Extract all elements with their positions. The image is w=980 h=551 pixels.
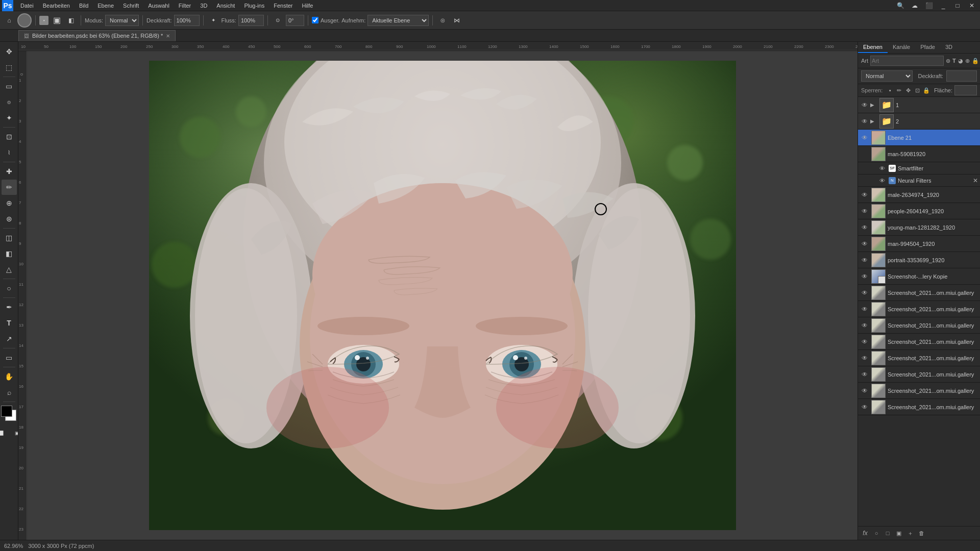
menu-ansicht[interactable]: Ansicht — [212, 2, 239, 10]
search-icon[interactable]: 🔍 — [894, 0, 906, 12]
opacity-input[interactable]: 100% — [946, 70, 977, 82]
lock-artboard-btn[interactable]: ⊡ — [914, 85, 921, 95]
path-select-tool[interactable]: ↗ — [2, 331, 17, 346]
3d-paint-icon[interactable]: ◎ — [436, 14, 449, 27]
ausger-checkbox[interactable] — [312, 17, 318, 23]
layer-group-1[interactable]: 👁 ▶ 📁 1 — [858, 97, 980, 113]
layers-lock-btn[interactable]: 🔒 — [972, 56, 979, 66]
angle-icon[interactable]: ⊙ — [272, 14, 284, 27]
layer-ebene21[interactable]: 👁 Ebene 21 — [858, 130, 980, 146]
tab-kanaele[interactable]: Kanäle — [888, 42, 915, 53]
delete-layer-button[interactable]: 🗑 — [916, 528, 926, 538]
layers-kind-btn[interactable]: ⊛ — [946, 56, 950, 66]
foreground-color-swatch[interactable] — [1, 406, 12, 417]
lasso-tool[interactable]: ⌾ — [2, 94, 17, 110]
layer-male[interactable]: 👁 male-2634974_1920 — [858, 187, 980, 203]
menu-plugins[interactable]: Plug-ins — [240, 2, 268, 10]
layer-portrait[interactable]: 👁 portrait-3353699_1920 — [858, 252, 980, 268]
shape-tool[interactable]: ▭ — [2, 350, 17, 365]
vis-screen4[interactable]: 👁 — [860, 337, 869, 346]
arrow-group1[interactable]: ▶ — [870, 102, 877, 108]
vis-man994[interactable]: 👁 — [860, 239, 869, 248]
vis-screen3[interactable]: 👁 — [860, 321, 869, 330]
type-tool[interactable]: T — [2, 315, 17, 331]
marquee-tool[interactable]: ▭ — [2, 79, 17, 94]
burn-tool[interactable]: ○ — [2, 281, 17, 296]
new-layer-button[interactable]: ＋ — [905, 528, 915, 538]
vis-screen2[interactable]: 👁 — [860, 305, 869, 314]
layers-adj-btn[interactable]: ◕ — [958, 56, 963, 66]
menu-schrift[interactable]: Schrift — [119, 2, 143, 10]
vis-people[interactable]: 👁 — [860, 207, 869, 216]
close-icon[interactable]: ✕ — [966, 0, 978, 12]
lock-image-btn[interactable]: ✏ — [896, 85, 903, 95]
lock-all-btn[interactable]: 🔒 — [923, 85, 930, 95]
spot-heal-tool[interactable]: ✚ — [2, 164, 17, 179]
vis-neuralfilter[interactable]: 👁 — [879, 178, 887, 184]
crop-tool[interactable]: ⊡ — [2, 129, 17, 144]
lock-position-btn[interactable]: ✥ — [905, 85, 912, 95]
layer-screen3[interactable]: 👁 Screenshot_2021...om.miui.gallery — [858, 317, 980, 334]
neuralfilter-settings[interactable]: ✕ — [973, 177, 978, 184]
layer-young[interactable]: 👁 young-man-1281282_1920 — [858, 219, 980, 236]
vis-group2[interactable]: 👁 — [860, 117, 869, 126]
menu-3d[interactable]: 3D — [196, 2, 211, 10]
toggle-btn1[interactable]: ▪ — [39, 16, 48, 25]
vis-young[interactable]: 👁 — [860, 223, 869, 232]
layer-screen2[interactable]: 👁 Screenshot_2021...om.miui.gallery — [858, 301, 980, 317]
layer-screen-kopie[interactable]: 👁 Screenshot-...lery Kopie — [858, 268, 980, 285]
menu-fenster[interactable]: Fenster — [270, 2, 297, 10]
fluss-input[interactable] — [238, 15, 264, 26]
clone-stamp-tool[interactable]: ⊕ — [2, 195, 17, 211]
arrow-group2[interactable]: ▶ — [870, 118, 877, 124]
ebene-select[interactable]: Aktuelle Ebene — [368, 15, 429, 26]
adjustment-button[interactable]: □ — [883, 528, 893, 538]
vis-screen7[interactable]: 👁 — [860, 386, 869, 395]
minimize-icon[interactable]: _ — [937, 0, 949, 12]
tab-pfade[interactable]: Pfade — [915, 42, 940, 53]
brush-tool[interactable]: ✏ — [2, 180, 17, 195]
brush-preset-icon[interactable] — [17, 13, 32, 28]
menu-bearbeiten[interactable]: Bearbeiten — [39, 2, 74, 10]
smooth-icon[interactable]: ✦ — [207, 14, 219, 27]
move-tool[interactable]: ✥ — [2, 44, 17, 59]
vis-screen-kopie[interactable]: 👁 — [860, 272, 869, 281]
layers-t-btn[interactable]: T — [952, 56, 956, 66]
menu-datei[interactable]: Datei — [16, 2, 38, 10]
gradient-tool[interactable]: ◧ — [2, 246, 17, 261]
group-button[interactable]: ▣ — [894, 528, 904, 538]
layer-screen6[interactable]: 👁 Screenshot_2021...om.miui.gallery — [858, 366, 980, 383]
vis-group1[interactable]: 👁 — [860, 101, 869, 110]
window-icon[interactable]: ⬛ — [923, 0, 935, 12]
cloud-icon[interactable]: ☁ — [909, 0, 921, 12]
layer-screen7[interactable]: 👁 Screenshot_2021...om.miui.gallery — [858, 383, 980, 399]
layer-screen1[interactable]: 👁 Screenshot_2021...om.miui.gallery — [858, 285, 980, 301]
vis-male[interactable]: 👁 — [860, 190, 869, 199]
hand-tool[interactable]: ✋ — [2, 369, 17, 384]
layers-smart-btn[interactable]: ⊕ — [965, 56, 970, 66]
document-tab[interactable]: 🖼 Bilder bearbeiten.psdc bei 63% (Ebene … — [18, 30, 176, 41]
eraser-tool[interactable]: ◫ — [2, 230, 17, 245]
vis-screen5[interactable]: 👁 — [860, 354, 869, 363]
layer-screen4[interactable]: 👁 Screenshot_2021...om.miui.gallery — [858, 334, 980, 350]
menu-hilfe[interactable]: Hilfe — [298, 2, 317, 10]
vis-portrait[interactable]: 👁 — [860, 256, 869, 265]
angle-input[interactable] — [286, 15, 304, 26]
tab-3d[interactable]: 3D — [940, 42, 958, 53]
vis-screen1[interactable]: 👁 — [860, 288, 869, 297]
tab-ebenen[interactable]: Ebenen — [858, 42, 888, 53]
symmetry-icon[interactable]: ⋈ — [451, 14, 463, 27]
tab-close-icon[interactable]: ✕ — [166, 33, 170, 39]
vis-screen6[interactable]: 👁 — [860, 370, 869, 379]
history-brush-tool[interactable]: ⊛ — [2, 211, 17, 227]
toggle-btn2[interactable]: ▣ — [51, 14, 63, 27]
magic-wand-tool[interactable]: ✦ — [2, 110, 17, 126]
layer-group-2[interactable]: 👁 ▶ 📁 2 — [858, 113, 980, 130]
layers-mode-select[interactable]: Normal — [861, 70, 913, 82]
menu-bild[interactable]: Bild — [75, 2, 92, 10]
vis-screen8[interactable]: 👁 — [860, 403, 869, 412]
deckkraft-input[interactable] — [174, 15, 200, 26]
layer-people[interactable]: 👁 people-2604149_1920 — [858, 203, 980, 219]
flaecke-input[interactable]: 100% — [954, 85, 977, 95]
fx-button[interactable]: fx — [860, 528, 870, 538]
